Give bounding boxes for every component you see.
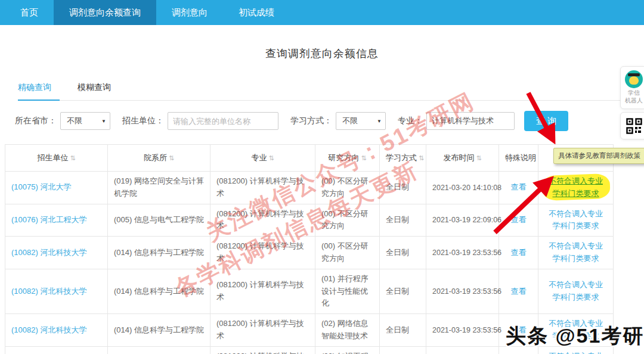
nav-tab-3[interactable]: 初试成绩 bbox=[223, 0, 290, 25]
column-header[interactable]: 发布时间⇅ bbox=[426, 145, 499, 172]
province-select-value: 不限 bbox=[67, 116, 82, 126]
table-row: (10082) 河北科技大学(014) 信息科学与工程学院(081200) 计算… bbox=[5, 237, 614, 269]
cell-action-link[interactable]: 不符合调入专业学科门类要求 bbox=[547, 279, 605, 304]
cell-direction: (01) 并行程序设计与性能优化 bbox=[315, 269, 380, 313]
sort-icon[interactable]: ⇅ bbox=[476, 154, 481, 162]
filter-bar: 所在省市： 不限 ▼ 招生单位： 学习方式： 不限 ▼ 专业： 查 询 bbox=[15, 111, 644, 131]
cell-time: 2021-03-19 23:53:56 bbox=[426, 314, 499, 347]
cell-special: 查看 bbox=[499, 204, 538, 237]
table-row: (10082) 河北科技大学(014) 信息科学与工程学院(081200) 计算… bbox=[5, 314, 614, 347]
column-header-label: 学习方式 bbox=[386, 153, 417, 162]
cell-dept: (005) 信息与电气工程学院 bbox=[108, 204, 210, 237]
cell-time: 2021-03-20 14:10:08 bbox=[426, 172, 499, 204]
page: 首页调剂意向余额查询调剂意向初试成绩 查询调剂意向余额信息 精确查询 模糊查询 … bbox=[0, 0, 644, 354]
cell-time: 2021-03-19 23:53:56 bbox=[426, 269, 499, 313]
cell-study: 全日制 bbox=[380, 269, 426, 313]
cell-study: 全日制 bbox=[380, 237, 426, 269]
cell-action: 不符合调入专业学科门类要求 bbox=[538, 346, 614, 354]
column-header-label: 院系所 bbox=[144, 153, 167, 162]
nav-tab-0[interactable]: 首页 bbox=[5, 0, 54, 25]
column-header[interactable]: 专业⇅ bbox=[210, 145, 315, 172]
cell-action-link[interactable]: 不符合调入专业学科门类要求 bbox=[547, 208, 605, 233]
cell-special-link[interactable]: 查看 bbox=[511, 325, 527, 334]
cell-dept: (014) 信息科学与工程学院 bbox=[108, 237, 210, 269]
study-mode-select[interactable]: 不限 ▼ bbox=[336, 112, 386, 130]
cell-unit: (10076) 河北工程大学 bbox=[5, 204, 108, 237]
sort-icon[interactable]: ⇅ bbox=[419, 154, 424, 162]
cell-action: 不符合调入专业学科门类要求 bbox=[538, 172, 614, 204]
cell-unit-link[interactable]: (10076) 河北工程大学 bbox=[11, 215, 86, 224]
province-label: 所在省市： bbox=[15, 116, 57, 126]
study-mode-select-value: 不限 bbox=[342, 116, 358, 126]
cell-unit: (10075) 河北大学 bbox=[5, 172, 108, 204]
column-header-label: 特殊说明 bbox=[505, 153, 536, 162]
qr-code-icon bbox=[626, 118, 642, 134]
cell-action-link[interactable]: 不符合调入专业学科门类要求 bbox=[547, 318, 605, 343]
search-button[interactable]: 查 询 bbox=[524, 111, 568, 131]
cell-unit: (10082) 河北科技大学 bbox=[5, 346, 108, 354]
major-label: 专业： bbox=[398, 116, 423, 126]
cell-dept: (014) 信息科学与工程学院 bbox=[108, 314, 210, 347]
study-mode-label: 学习方式： bbox=[290, 116, 332, 126]
cell-special-link[interactable]: 查看 bbox=[511, 248, 527, 257]
column-header-label: 专业 bbox=[251, 153, 267, 162]
cell-action-link[interactable]: 不符合调入专业学科门类要求 bbox=[547, 175, 605, 200]
cell-dept: (014) 信息科学与工程学院 bbox=[108, 269, 210, 313]
column-header-label: 发布时间 bbox=[443, 153, 474, 162]
cell-unit-link[interactable]: (10082) 河北科技大学 bbox=[11, 287, 86, 296]
cell-action-link[interactable]: 不符合调入专业学科门类要求 bbox=[547, 350, 605, 354]
column-header[interactable]: 学习方式⇅ bbox=[380, 145, 426, 172]
cell-direction: (03) 知识工程与智能计算 bbox=[315, 346, 380, 354]
column-header-label: 招生单位 bbox=[37, 153, 68, 162]
cell-study: 全日制 bbox=[380, 172, 426, 204]
cell-unit-link[interactable]: (10075) 河北大学 bbox=[11, 182, 71, 191]
cell-action-link[interactable]: 不符合调入专业学科门类要求 bbox=[547, 240, 605, 265]
cell-direction: (00) 不区分研究方向 bbox=[315, 204, 380, 237]
top-nav: 首页调剂意向余额查询调剂意向初试成绩 bbox=[0, 0, 644, 25]
sort-icon[interactable]: ⇅ bbox=[169, 154, 174, 162]
cell-major: (081200) 计算机科学与技术 bbox=[210, 346, 315, 354]
cell-special: 查看 bbox=[499, 237, 538, 269]
cell-special-link[interactable]: 查看 bbox=[511, 182, 527, 191]
tab-precise-query[interactable]: 精确查询 bbox=[18, 79, 60, 101]
column-header: 特殊说明 bbox=[499, 145, 538, 172]
robot-avatar-icon bbox=[625, 70, 643, 88]
table-row: (10082) 河北科技大学(014) 信息科学与工程学院(081200) 计算… bbox=[5, 346, 614, 354]
cell-action: 不符合调入专业学科门类要求 bbox=[538, 314, 614, 347]
cell-special: 查看 bbox=[499, 269, 538, 313]
cell-major: (081200) 计算机科学与技术 bbox=[210, 314, 315, 347]
cell-major: (081200) 计算机科学与技术 bbox=[210, 269, 315, 313]
sort-icon[interactable]: ⇅ bbox=[361, 154, 366, 162]
sort-icon[interactable]: ⇅ bbox=[70, 154, 75, 162]
major-input[interactable] bbox=[426, 112, 515, 130]
cell-study: 全日制 bbox=[380, 314, 426, 347]
qr-code-widget[interactable] bbox=[620, 112, 644, 139]
cell-action: 不符合调入专业学科门类要求 bbox=[538, 237, 614, 269]
page-title: 查询调剂意向余额信息 bbox=[0, 46, 644, 61]
cell-unit: (10082) 河北科技大学 bbox=[5, 314, 108, 347]
dropdown-caret-icon: ▼ bbox=[101, 119, 106, 124]
cell-major: (081200) 计算机科学与技术 bbox=[210, 237, 315, 269]
cell-unit-link[interactable]: (10082) 河北科技大学 bbox=[11, 248, 86, 257]
table-row: (10082) 河北科技大学(014) 信息科学与工程学院(081200) 计算… bbox=[5, 269, 614, 313]
tab-fuzzy-query[interactable]: 模糊查询 bbox=[78, 79, 119, 100]
province-select[interactable]: 不限 ▼ bbox=[60, 112, 110, 130]
cell-special-link[interactable]: 查看 bbox=[511, 215, 527, 224]
column-header: 操作 bbox=[538, 145, 614, 172]
column-header[interactable]: 招生单位⇅ bbox=[5, 145, 108, 172]
sort-icon[interactable]: ⇅ bbox=[268, 154, 274, 162]
column-header[interactable]: 院系所⇅ bbox=[108, 145, 210, 172]
unit-input[interactable] bbox=[168, 112, 278, 130]
cell-special-link[interactable]: 查看 bbox=[511, 287, 527, 296]
column-header[interactable]: 研究方向⇅ bbox=[315, 145, 380, 172]
cell-unit-link[interactable]: (10082) 河北科技大学 bbox=[11, 325, 86, 334]
results-table: 招生单位⇅院系所⇅专业⇅研究方向⇅学习方式⇅发布时间⇅特殊说明操作 (10075… bbox=[5, 144, 614, 354]
cell-unit: (10082) 河北科技大学 bbox=[5, 237, 108, 269]
nav-tab-2[interactable]: 调剂意向 bbox=[156, 0, 223, 25]
robot-label-line1: 学信 bbox=[621, 89, 644, 97]
xuexin-robot-widget[interactable]: 学信 机器人 bbox=[620, 66, 644, 109]
dropdown-caret-icon: ▼ bbox=[377, 119, 382, 124]
nav-tab-1[interactable]: 调剂意向余额查询 bbox=[54, 0, 156, 25]
robot-label-line2: 机器人 bbox=[621, 97, 644, 105]
cell-study: 全日制 bbox=[380, 204, 426, 237]
